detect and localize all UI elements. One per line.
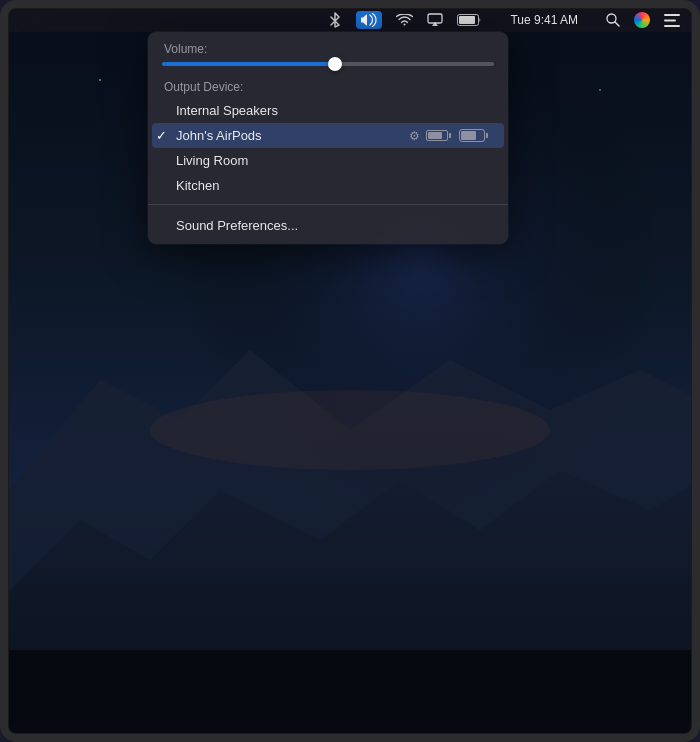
airpods-battery-icons: ⚙ [409,129,488,143]
airpod-battery-icon [426,130,451,141]
search-icon[interactable] [606,13,620,27]
volume-slider-container [162,62,494,66]
volume-dropdown: Volume: Output Device: Internal Speakers… [148,32,508,244]
checkmark-icon: ✓ [156,128,167,143]
living-room-label: Living Room [176,153,248,168]
svg-marker-2 [0,350,700,742]
volume-thumb[interactable] [328,57,342,71]
svg-point-9 [599,89,601,91]
output-device-item-internal-speakers[interactable]: Internal Speakers [152,98,504,123]
sound-preferences-button[interactable]: Sound Preferences... [152,211,504,240]
output-device-label: Output Device: [148,76,508,98]
desktop: Tue 9:41 AM [0,0,700,742]
airpods-settings-icon: ⚙ [409,129,420,143]
menubar-icons: Tue 9:41 AM [328,11,680,29]
svg-marker-3 [0,470,700,742]
volume-icon[interactable] [356,11,382,29]
dropdown-divider [148,204,508,205]
svg-rect-18 [664,19,676,21]
internal-speakers-label: Internal Speakers [176,103,278,118]
svg-rect-13 [428,14,442,23]
volume-section: Volume: [148,42,508,66]
output-device-item-kitchen[interactable]: Kitchen [152,173,504,198]
svg-rect-19 [664,25,680,27]
battery-status-icon[interactable] [457,14,482,26]
wifi-icon[interactable] [396,14,413,27]
airplay-icon[interactable] [427,13,443,27]
volume-slider[interactable] [162,62,494,66]
volume-label: Volume: [162,42,494,56]
siri-icon[interactable] [634,12,650,28]
menubar: Tue 9:41 AM [8,8,692,32]
airpod-case-battery-icon [459,129,488,142]
svg-point-5 [99,79,101,81]
output-device-item-living-room[interactable]: Living Room [152,148,504,173]
svg-rect-4 [0,650,700,742]
svg-point-12 [150,390,550,470]
notification-center-icon[interactable] [664,14,680,27]
svg-rect-17 [664,14,680,16]
menubar-time: Tue 9:41 AM [510,13,578,27]
output-device-item-johns-airpods[interactable]: ✓ John's AirPods ⚙ [152,123,504,148]
kitchen-label: Kitchen [176,178,219,193]
johns-airpods-label: John's AirPods [176,128,262,143]
bluetooth-icon[interactable] [328,12,342,28]
svg-rect-15 [459,16,475,24]
